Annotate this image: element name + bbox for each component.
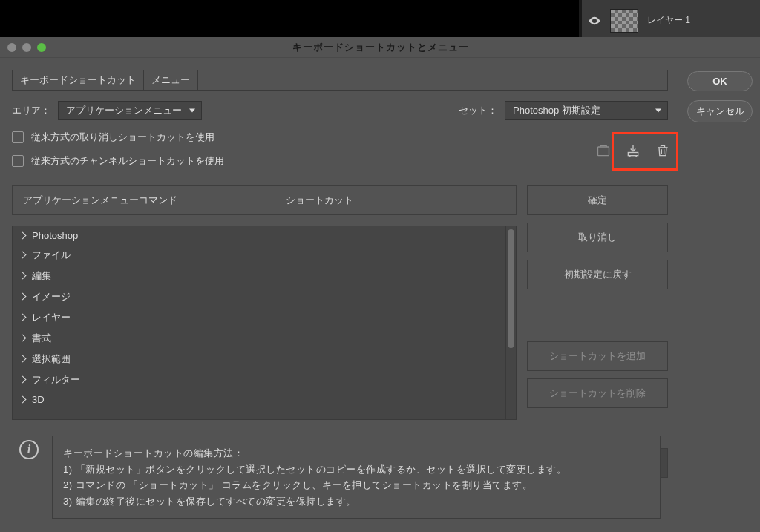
- header-shortcut: ショートカット: [275, 186, 516, 214]
- list-item[interactable]: 3D: [13, 390, 505, 409]
- area-label: エリア：: [12, 104, 50, 117]
- set-label: セット：: [459, 104, 497, 117]
- list-item[interactable]: イメージ: [13, 286, 505, 307]
- cancel-button[interactable]: キャンセル: [687, 100, 753, 122]
- window-controls: [0, 43, 46, 52]
- svg-rect-1: [628, 153, 638, 156]
- set-icon-row: [595, 142, 671, 159]
- shortcuts-dialog: キーボードショートカットとメニュー キーボードショートカット メニュー エリア：…: [0, 37, 760, 532]
- layer-name[interactable]: レイヤー 1: [647, 14, 690, 27]
- svg-point-2: [629, 156, 631, 157]
- chevron-right-icon: [20, 335, 26, 341]
- dialog-content: キーボードショートカット メニュー エリア： アプリケーションメニュー セット：…: [0, 58, 680, 532]
- legacy-channel-checkbox[interactable]: [12, 155, 24, 167]
- minimize-window-icon[interactable]: [22, 43, 31, 52]
- reset-button[interactable]: 初期設定に戻す: [527, 260, 668, 289]
- new-set-icon[interactable]: [595, 142, 612, 159]
- visibility-eye-icon[interactable]: [588, 14, 601, 27]
- list-item-label: 選択範囲: [32, 352, 71, 366]
- undo-button[interactable]: 取り消し: [527, 223, 668, 252]
- legacy-channel-label: 従来方式のチャンネルショートカットを使用: [31, 154, 224, 168]
- layer-thumbnail[interactable]: [610, 9, 638, 33]
- scroll-thumb[interactable]: [508, 229, 514, 348]
- list-item-label: レイヤー: [32, 311, 71, 324]
- legacy-undo-label: 従来方式の取り消しショートカットを使用: [31, 131, 214, 144]
- list-item[interactable]: フィルター: [13, 370, 505, 390]
- svg-rect-0: [598, 147, 609, 156]
- header-command: アプリケーションメニューコマンド: [13, 186, 275, 214]
- legacy-undo-checkbox[interactable]: [12, 131, 24, 143]
- info-icon: i: [19, 440, 39, 459]
- close-window-icon[interactable]: [7, 43, 16, 52]
- list-item-label: Photoshop: [32, 230, 78, 241]
- accept-button[interactable]: 確定: [527, 185, 668, 215]
- list-item-label: 書式: [32, 332, 51, 345]
- chevron-right-icon: [20, 273, 26, 279]
- info-text: キーボードショートカットの編集方法： 1) 「新規セット」ボタンをクリックして選…: [52, 436, 661, 519]
- dialog-titlebar: キーボードショートカットとメニュー: [0, 37, 760, 58]
- list-header: アプリケーションメニューコマンド ショートカット: [12, 185, 517, 215]
- list-item[interactable]: 書式: [13, 328, 505, 349]
- delete-set-icon[interactable]: [655, 142, 671, 159]
- info-area: i キーボードショートカットの編集方法： 1) 「新規セット」ボタンをクリックし…: [12, 425, 668, 532]
- list-item-label: ファイル: [32, 249, 71, 262]
- chevron-right-icon: [20, 252, 26, 258]
- list-item-label: イメージ: [32, 290, 71, 303]
- zoom-window-icon[interactable]: [37, 43, 46, 52]
- set-select-value: Photoshop 初期設定: [513, 104, 600, 117]
- list-item-label: 編集: [32, 269, 51, 283]
- tab-strip: キーボードショートカット メニュー: [12, 70, 668, 91]
- list-item[interactable]: レイヤー: [13, 307, 505, 328]
- area-select[interactable]: アプリケーションメニュー: [58, 101, 202, 120]
- chevron-right-icon: [20, 233, 26, 239]
- list-item[interactable]: 選択範囲: [13, 349, 505, 370]
- chevron-right-icon: [20, 315, 26, 321]
- chevron-right-icon: [20, 377, 26, 383]
- set-select[interactable]: Photoshop 初期設定: [505, 101, 668, 120]
- chevron-right-icon: [20, 294, 26, 300]
- command-list[interactable]: Photoshop ファイル 編集 イメージ レイヤー 書式 選択範囲 フィルタ…: [13, 226, 505, 419]
- list-item[interactable]: 編集: [13, 266, 505, 286]
- chevron-right-icon: [20, 356, 26, 362]
- chevron-right-icon: [20, 397, 26, 403]
- svg-point-3: [635, 156, 637, 157]
- delete-shortcut-button[interactable]: ショートカットを削除: [527, 378, 668, 408]
- info-heading: キーボードショートカットの編集方法：: [63, 445, 649, 461]
- add-shortcut-button[interactable]: ショートカットを追加: [527, 341, 668, 371]
- info-line: 2) コマンドの 「ショートカット」 コラムをクリックし、キーを押してショートカ…: [63, 477, 649, 493]
- info-line: 1) 「新規セット」ボタンをクリックして選択したセットのコピーを作成するか、セッ…: [63, 462, 649, 477]
- area-select-value: アプリケーションメニュー: [66, 104, 182, 117]
- layers-panel-row: レイヤー 1: [582, 0, 760, 41]
- canvas-dark: [0, 0, 579, 41]
- info-line: 3) 編集の終了後にセットを保存してすべての変更を保持します。: [63, 493, 649, 509]
- dialog-title: キーボードショートカットとメニュー: [46, 41, 715, 54]
- list-item[interactable]: Photoshop: [13, 226, 505, 245]
- tab-menus[interactable]: メニュー: [144, 70, 198, 90]
- dialog-action-column: OK キャンセル: [680, 58, 760, 532]
- list-item-label: フィルター: [32, 373, 80, 387]
- list-item-label: 3D: [32, 394, 45, 405]
- list-scrollbar[interactable]: [505, 226, 516, 419]
- ok-button[interactable]: OK: [687, 71, 753, 91]
- list-item[interactable]: ファイル: [13, 245, 505, 266]
- tab-shortcuts[interactable]: キーボードショートカット: [13, 70, 144, 90]
- save-set-icon[interactable]: [625, 142, 641, 159]
